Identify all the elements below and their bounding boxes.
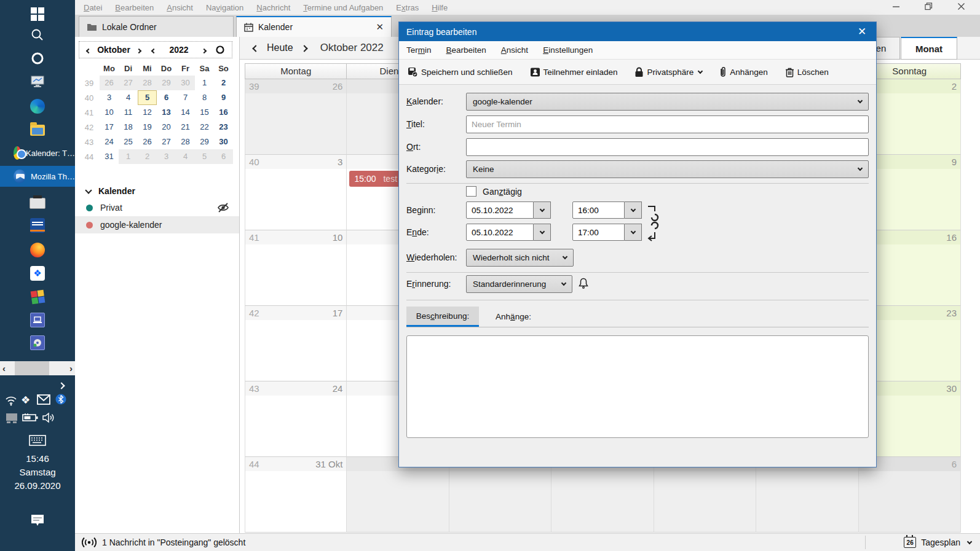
repeat-select[interactable]: Wiederholt sich nicht bbox=[466, 249, 574, 267]
minical-day-cell[interactable]: 21 bbox=[176, 120, 195, 135]
laptop-app-shortcut[interactable] bbox=[28, 311, 47, 329]
sparda-bank-shortcut[interactable] bbox=[28, 216, 47, 235]
taskbar-item-chrome[interactable]: Kalender: T… bbox=[0, 143, 75, 163]
minical-day-cell[interactable]: 26 bbox=[100, 76, 119, 90]
menu-hilfe[interactable]: Hilfe bbox=[432, 3, 448, 12]
start-time-input[interactable] bbox=[572, 201, 625, 219]
minical-today-icon[interactable] bbox=[206, 45, 232, 54]
day-cell[interactable]: 403 bbox=[245, 155, 347, 230]
minical-day-cell[interactable]: 27 bbox=[119, 76, 138, 90]
minical-day-cell[interactable]: 1 bbox=[195, 76, 214, 90]
minical-day-cell[interactable]: 14 bbox=[176, 105, 195, 120]
display-tray-icon[interactable] bbox=[5, 413, 18, 424]
menu-extras[interactable]: Extras bbox=[396, 3, 419, 12]
day-cell[interactable] bbox=[756, 457, 858, 533]
view-switcher[interactable]: 26 Tagesplan bbox=[904, 537, 971, 548]
minical-day-cell[interactable]: 16 bbox=[214, 105, 233, 120]
dialog-menu-einstellungen[interactable]: Einstellungen bbox=[543, 45, 593, 55]
privacy-button[interactable]: Privatsphäre bbox=[634, 67, 702, 77]
clock-time[interactable]: 15:46 bbox=[0, 453, 75, 464]
minical-day-cell[interactable]: 31 bbox=[100, 149, 119, 164]
bluetooth-tray-icon[interactable] bbox=[55, 394, 66, 405]
menu-navigation[interactable]: Navigation bbox=[206, 3, 243, 12]
clock-date[interactable]: 26.09.2020 bbox=[0, 480, 75, 491]
calendar-list-header[interactable]: Kalender bbox=[75, 183, 239, 199]
minical-day-cell[interactable]: 30 bbox=[176, 76, 195, 90]
end-time-combo[interactable] bbox=[572, 224, 642, 241]
minical-day-cell[interactable]: 24 bbox=[100, 135, 119, 149]
mail-tray-icon[interactable] bbox=[37, 394, 50, 405]
battery-tray-icon[interactable] bbox=[22, 413, 38, 422]
category-select[interactable]: Keine bbox=[466, 160, 869, 178]
minical-day-cell[interactable]: 12 bbox=[138, 105, 157, 120]
end-date-dropdown-icon[interactable] bbox=[534, 224, 551, 241]
minical-day-cell[interactable]: 11 bbox=[119, 105, 138, 120]
close-button[interactable] bbox=[957, 2, 965, 10]
today-button[interactable]: Heute bbox=[267, 42, 293, 53]
day-cell[interactable] bbox=[551, 457, 654, 533]
minical-prev-month-icon[interactable] bbox=[79, 45, 90, 55]
end-time-dropdown-icon[interactable] bbox=[625, 224, 642, 241]
minical-day-cell[interactable]: 29 bbox=[157, 76, 176, 90]
registry-tool-shortcut[interactable] bbox=[28, 287, 47, 306]
menu-datei[interactable]: Datei bbox=[84, 3, 102, 12]
link-times-icon[interactable] bbox=[647, 203, 662, 243]
day-cell[interactable]: 4217 bbox=[245, 306, 347, 381]
minical-day-cell[interactable]: 23 bbox=[214, 120, 233, 135]
minical-day-cell[interactable]: 26 bbox=[138, 135, 157, 149]
title-input[interactable] bbox=[466, 115, 869, 133]
day-cell[interactable]: 4110 bbox=[245, 230, 347, 306]
touch-keyboard-icon[interactable] bbox=[28, 431, 47, 450]
menu-bearbeiten[interactable]: Bearbeiten bbox=[115, 3, 154, 12]
cortana-button[interactable] bbox=[28, 49, 47, 68]
wifi-icon[interactable] bbox=[5, 395, 17, 406]
dropbox-shortcut[interactable]: ❖ bbox=[28, 264, 47, 283]
tab-local-folders[interactable]: Lokale Ordner bbox=[79, 16, 234, 37]
minimize-button[interactable] bbox=[892, 2, 900, 10]
menu-nachricht[interactable]: Nachricht bbox=[256, 3, 290, 12]
eye-slash-icon[interactable] bbox=[217, 202, 229, 213]
minical-day-cell[interactable]: 15 bbox=[195, 105, 214, 120]
start-button[interactable] bbox=[28, 5, 47, 23]
restore-button[interactable] bbox=[925, 2, 933, 10]
minical-day-cell[interactable]: 29 bbox=[195, 135, 214, 149]
minical-day-cell[interactable]: 2 bbox=[214, 76, 233, 90]
minical-day-cell[interactable]: 25 bbox=[119, 135, 138, 149]
minical-day-cell[interactable]: 30 bbox=[214, 135, 233, 149]
day-cell[interactable]: 3926 bbox=[245, 79, 347, 155]
taskbar-scrollbar[interactable]: ‹› bbox=[0, 361, 75, 375]
minical-day-cell[interactable]: 7 bbox=[176, 90, 195, 105]
task-view-button[interactable] bbox=[28, 72, 47, 91]
minical-day-cell[interactable]: 13 bbox=[157, 105, 176, 120]
menu-ansicht[interactable]: Ansicht bbox=[167, 3, 193, 12]
dialog-menu-ansicht[interactable]: Ansicht bbox=[501, 45, 528, 55]
start-date-input[interactable] bbox=[466, 201, 534, 219]
minical-day-cell[interactable]: 2 bbox=[138, 149, 157, 164]
file-explorer-button[interactable] bbox=[28, 121, 47, 139]
attach-button[interactable]: Anhängen bbox=[719, 66, 768, 77]
minical-day-cell[interactable]: 5 bbox=[195, 149, 214, 164]
firefox-shortcut[interactable] bbox=[28, 241, 47, 259]
location-input[interactable] bbox=[466, 138, 869, 156]
minical-day-cell[interactable]: 3 bbox=[100, 90, 119, 105]
save-and-close-button[interactable]: Speichern und schließen bbox=[408, 67, 513, 77]
minical-day-cell[interactable]: 4 bbox=[119, 90, 138, 105]
disc-app-shortcut[interactable] bbox=[28, 334, 47, 352]
minical-year-label[interactable]: 2022 bbox=[156, 45, 202, 55]
calendar-item-google-kalender[interactable]: google-kalender bbox=[75, 216, 239, 233]
tab-monat[interactable]: Monat bbox=[901, 37, 957, 60]
minical-day-cell[interactable]: 17 bbox=[100, 120, 119, 135]
dialog-menu-termin[interactable]: Termin bbox=[406, 45, 432, 55]
scroll-left-icon[interactable]: ‹ bbox=[2, 363, 6, 373]
invite-attendees-button[interactable]: Teilnehmer einladen bbox=[530, 67, 618, 77]
description-textarea[interactable] bbox=[406, 335, 869, 438]
next-day-icon[interactable] bbox=[302, 42, 307, 53]
tab-description[interactable]: Beschreibung: bbox=[406, 307, 479, 327]
dialog-menu-bearbeiten[interactable]: Bearbeiten bbox=[446, 45, 486, 55]
end-date-combo[interactable] bbox=[466, 224, 551, 241]
scroll-right-icon[interactable]: › bbox=[69, 363, 73, 373]
day-cell[interactable] bbox=[347, 457, 449, 533]
tray-expand-chevron[interactable] bbox=[59, 380, 64, 391]
minical-day-cell[interactable]: 8 bbox=[195, 90, 214, 105]
prev-day-icon[interactable] bbox=[253, 42, 258, 53]
